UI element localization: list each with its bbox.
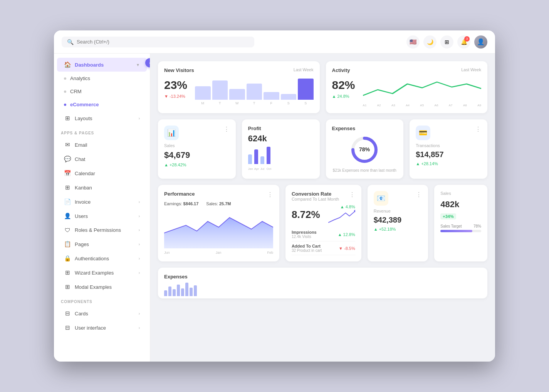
sidebar-item-users[interactable]: 👤 Users › [57, 209, 147, 223]
email-icon: ✉ [64, 141, 71, 148]
sales-target-label: Sales Target [440, 224, 462, 228]
bar-label: F [264, 101, 279, 105]
impressions-up-icon: ▲ [338, 232, 342, 237]
grid-icon[interactable]: ⊞ [440, 35, 453, 49]
expenses-description: $21k Expenses more than last month [332, 168, 398, 173]
sidebar-item-roles[interactable]: 🛡 Roles & Permissions › [57, 223, 147, 237]
revenue-icon: 📧 [374, 191, 388, 206]
profit-chart [248, 147, 314, 164]
sidebar-item-calendar[interactable]: 📅 Calendar [57, 166, 147, 180]
sidebar-item-modal[interactable]: ⊞ Modal Examples [57, 280, 147, 294]
profit-bar [254, 149, 258, 164]
notification-bell[interactable]: 🔔 3 [457, 35, 470, 49]
sales-right-badge: +34% [440, 213, 456, 219]
dashboards-arrow-icon: ▼ [136, 63, 140, 67]
sidebar-item-auth[interactable]: 🔒 Authentications › [57, 251, 147, 265]
sidebar-pages-label: Pages [75, 241, 89, 247]
bar-label: W [229, 101, 245, 105]
transactions-menu[interactable]: ⋮ [475, 126, 481, 133]
search-input[interactable] [77, 39, 249, 45]
sales-right-value: 482k [440, 199, 481, 209]
search-bar[interactable]: 🔍 [62, 37, 254, 47]
profit-bar-label: Jul [260, 167, 264, 171]
transactions-up-icon: ▲ [416, 161, 420, 166]
bar [195, 86, 211, 100]
revenue-menu[interactable]: ⋮ [416, 191, 422, 198]
revenue-card: 📧 ⋮ Revenue $42,389 ▲ +52.18% [368, 185, 428, 261]
main-layout: ‹ 🏠 Dashboards ▼ Analytics CRM eCommerce… [54, 54, 495, 362]
conv-up-icon: ▲ [340, 204, 344, 209]
sidebar-ui-label: User interface [75, 325, 106, 331]
sidebar-item-ui[interactable]: ⊟ User interface › [57, 321, 147, 335]
activity-change: ▲ 24.8% [332, 94, 355, 99]
transactions-card: 💳 ⋮ Transactions $14,857 ▲ +28.14% [410, 119, 487, 179]
impressions-change: ▲ 12.8% [338, 232, 355, 237]
profit-bar-label: Apr [254, 167, 258, 171]
sidebar-item-ecommerce[interactable]: eCommerce [57, 98, 147, 111]
sidebar-item-crm[interactable]: CRM [57, 85, 147, 98]
up-arrow-icon: ▲ [332, 94, 336, 99]
calendar-icon: 📅 [64, 170, 71, 177]
perf-label-feb: Feb [267, 251, 273, 255]
auth-icon: 🔒 [64, 255, 71, 262]
sidebar-item-invoice[interactable]: 📄 Invoice › [57, 195, 147, 209]
invoice-arrow-icon: › [139, 200, 140, 204]
sidebar-calendar-label: Calendar [75, 171, 95, 176]
notification-badge: 3 [464, 36, 470, 42]
kanban-icon: ⊞ [64, 184, 71, 191]
sidebar-item-analytics[interactable]: Analytics [57, 72, 147, 85]
revenue-up-icon: ▲ [374, 227, 378, 231]
sidebar-item-pages[interactable]: 📋 Pages › [57, 237, 147, 251]
revenue-value: $42,389 [374, 216, 422, 224]
wizard-arrow-icon: › [139, 271, 140, 275]
performance-stats: Earnings: $846.17 Sales: 25.7M [164, 201, 273, 206]
sales-icon: 📊 [164, 126, 179, 140]
section-components-label: COMPONENTS [54, 294, 150, 306]
performance-menu[interactable]: ⋮ [267, 191, 273, 198]
sidebar-item-dashboards[interactable]: 🏠 Dashboards ▼ [57, 58, 147, 72]
sidebar: ‹ 🏠 Dashboards ▼ Analytics CRM eCommerce… [54, 54, 150, 362]
sidebar-item-wizard[interactable]: ⊞ Wizard Examples › [57, 266, 147, 280]
invoice-icon: 📄 [64, 198, 71, 205]
sidebar-item-kanban[interactable]: ⊞ Kanban [57, 181, 147, 194]
layouts-arrow-icon: › [139, 116, 140, 121]
conversion-value: 8.72% [292, 209, 320, 221]
earnings-label: Earnings: $846.17 [164, 201, 198, 206]
conversion-subtitle: Compared To Last Month [292, 197, 339, 201]
content: New Visitors Last Week 23% ▼ -13.24% [150, 54, 495, 362]
bar-label: M [195, 101, 211, 105]
conversion-menu[interactable]: ⋮ [349, 191, 355, 198]
expenses-mini-bar [177, 285, 180, 296]
theme-toggle[interactable]: 🌙 [423, 35, 437, 49]
activity-title: Activity [332, 67, 350, 73]
performance-card: Performance ⋮ Earnings: $846.17 Sales: 2… [158, 185, 279, 261]
transactions-icon: 💳 [416, 126, 430, 140]
activity-period: Last Week [461, 67, 481, 72]
users-arrow-icon: › [139, 214, 140, 218]
top-row: New Visitors Last Week 23% ▼ -13.24% [158, 61, 487, 113]
new-visitors-chart [195, 79, 313, 100]
sales-menu[interactable]: ⋮ [223, 126, 230, 133]
performance-chart: Jun Jan Feb [164, 210, 273, 248]
flag-icon[interactable]: 🇺🇸 [406, 35, 420, 49]
bar-label: S [298, 101, 314, 105]
sidebar-item-cards[interactable]: ⊟ Cards › [57, 307, 147, 320]
bar [281, 94, 297, 100]
profit-value: 624k [248, 134, 314, 144]
profit-label: Profit [248, 126, 314, 131]
profit-bar [267, 147, 270, 164]
cart-down-icon: ▼ [339, 246, 343, 251]
sales-change: ▲ +28.42% [164, 162, 230, 167]
new-visitors-value: 23% [164, 79, 187, 92]
sidebar-item-layouts[interactable]: ⊞ Layouts › [57, 111, 147, 125]
sidebar-layouts-label: Layouts [75, 116, 92, 121]
cards-icon: ⊟ [64, 310, 71, 317]
sidebar-item-chat[interactable]: 💬 Chat [57, 152, 147, 166]
header: 🔍 🇺🇸 🌙 ⊞ 🔔 3 👤 [54, 30, 495, 54]
sidebar-email-label: Email [75, 142, 87, 148]
sidebar-invoice-label: Invoice [75, 199, 91, 205]
transactions-label: Transactions [416, 143, 481, 148]
sidebar-item-email[interactable]: ✉ Email [57, 138, 147, 152]
ui-arrow-icon: › [139, 326, 140, 330]
avatar[interactable]: 👤 [474, 35, 487, 49]
